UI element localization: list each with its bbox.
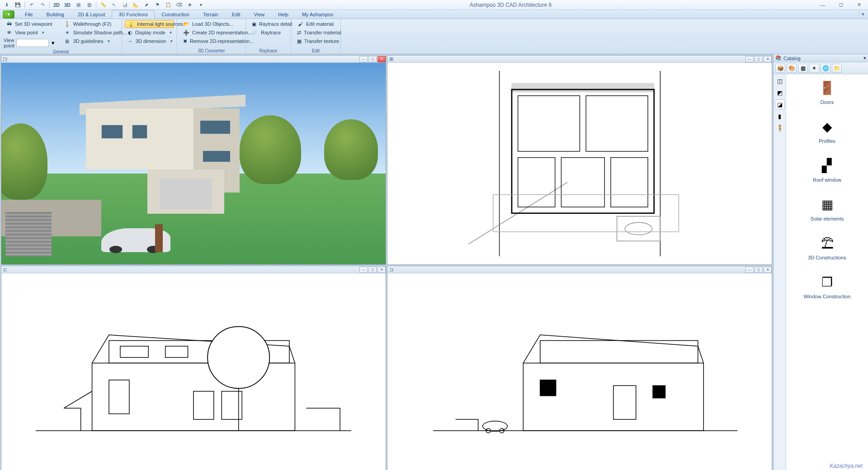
view-elev-icon[interactable]: ▥ [84,1,94,9]
redo-icon[interactable]: ↷ [38,1,47,9]
menu-tab-3d-functions[interactable]: 3D Functions [112,10,155,19]
sun-icon: ☀ [64,29,71,36]
pane-close-button[interactable]: ✕ [764,267,772,273]
create2d-icon: ➕ [183,29,189,36]
simulate-shadow-button[interactable]: ☀Simulate Shadow path... [61,28,130,37]
flag-icon[interactable]: ⚑ [152,1,162,9]
display-mode-dropdown[interactable]: ◐Display mode▼ [125,28,174,37]
plan-canvas[interactable] [387,63,772,264]
cat-tab-globe-icon[interactable]: 🌐 [821,64,830,73]
maximize-button[interactable]: ◻ [832,0,850,10]
app-menu-icon[interactable]: ⬇ [2,1,12,9]
create-2d-rep-button[interactable]: ➕Create 2D representation... [180,28,243,37]
pane-close-button[interactable]: ✕ [764,56,772,62]
cat-side-2-icon[interactable]: ◩ [775,88,785,98]
catalog-item-roof-window[interactable]: ▞Roof window [813,156,841,183]
pane-minimize-button[interactable]: — [359,56,368,62]
elevation-b-canvas[interactable] [387,273,772,470]
menu-tab-2d-layout[interactable]: 2D & Layout [71,10,112,19]
menu-tab-help[interactable]: Help [271,10,295,19]
transfer-icon: ⇄ [297,29,301,36]
catalog-item-solar-elements[interactable]: ▦Solar elements [811,195,844,221]
viewport-elevation-b: ⊐ — ◻ ✕ [387,266,772,470]
save-icon[interactable]: 💾 [13,1,23,9]
select-icon[interactable]: ⬈ [142,1,151,9]
view-2d-icon[interactable]: 2D [52,1,61,9]
set-3d-viewpoint-button[interactable]: 🕶Set 3D viewpoint [3,20,57,28]
svg-rect-4 [518,96,580,151]
catalog-panel: 📚 Catalog ▾ 📦 🎨 ▦ ✶ 🌐 📁 ◫ ◩ ◪ ▮ 🧍 🚪Doors… [773,54,868,470]
pane-minimize-button[interactable]: — [359,267,368,273]
chart-icon[interactable]: 📊 [120,1,130,9]
internal-light-sources-button[interactable]: 💡Internal light sources [125,20,174,28]
raytrace-button[interactable]: ☄Raytrace [249,28,288,37]
drop-icon[interactable]: ⬘ [185,1,195,9]
cat-tab-tex-icon[interactable]: ▦ [798,64,808,73]
raytrace-detail-button[interactable]: ▣Raytrace detail [249,20,288,28]
menu-tab-file[interactable]: File [18,10,40,19]
svg-rect-9 [511,83,654,92]
menu-tab-construction[interactable]: Construction [155,10,196,19]
help-icon[interactable]: ❔▾ [855,11,864,17]
3d-guidelines-dropdown[interactable]: ⊞3D guidelines▼ [61,37,130,45]
cat-side-3-icon[interactable]: ◪ [775,99,785,109]
eraser-icon[interactable]: ⌫ [174,1,184,9]
render-canvas[interactable] [1,63,386,264]
elevation-a-canvas[interactable] [1,273,386,470]
transfer-texture-button[interactable]: ▦Transfer texture [294,37,338,45]
catalog-item-3d-constructions[interactable]: ⛱3D Constructions [808,234,846,260]
catalog-menu-icon[interactable]: ▾ [863,55,866,61]
pane-minimize-button[interactable]: — [745,267,754,273]
ray-icon: ☄ [252,29,258,36]
close-button[interactable]: ✕ [850,0,868,10]
pane-maximize-button[interactable]: ◻ [368,267,377,273]
qat-more-icon[interactable]: ▾ [196,1,206,9]
cat-side-1-icon[interactable]: ◫ [775,76,785,86]
3d-dimension-dropdown[interactable]: ↔3D dimension▼ [125,37,174,45]
viewpoint-input-dd[interactable]: ▼ [51,40,56,46]
catalog-item-profiles[interactable]: ◆Profiles [817,118,838,144]
catalog-item-window-construction[interactable]: ❐Window Construction [804,273,851,299]
menu-tab-view[interactable]: View [247,10,272,19]
menu-tab-terrain[interactable]: Terrain [196,10,225,19]
svg-point-11 [625,222,652,235]
pane-close-button[interactable]: ✕ [377,267,386,273]
app-orb-button[interactable]: ▾ [3,10,14,19]
viewpoint-dropdown[interactable]: 👁View point▼ [3,28,57,37]
menu-tab-my-ashampoo[interactable]: My Ashampoo [295,10,340,19]
pane-minimize-button[interactable]: — [745,56,754,62]
cat-tab-box-icon[interactable]: 📦 [775,64,785,73]
clipboard-icon[interactable]: 📋 [163,1,173,9]
undo-icon[interactable]: ↶ [27,1,37,9]
ruler-icon[interactable]: 📏 [98,1,108,9]
walkthrough-button[interactable]: 🚶Walkthrough (F2) [61,20,130,28]
texture-icon: ▦ [297,38,302,44]
cat-side-5-icon[interactable]: 🧍 [775,123,785,133]
measure-icon[interactable]: 📐 [131,1,141,9]
minimize-button[interactable]: — [814,0,832,10]
transfer-material-button[interactable]: ⇄Transfer material [294,28,338,37]
cat-tab-symbol-icon[interactable]: ✶ [809,64,819,73]
viewpoint-input[interactable] [16,39,49,47]
pane-maximize-button[interactable]: ◻ [755,56,763,62]
cursor-icon[interactable]: ↖ [109,1,119,9]
menu-tab-edit[interactable]: Edit [225,10,247,19]
view-section-icon[interactable]: ▤ [73,1,83,9]
catalog-list[interactable]: 🚪Doors◆Profiles▞Roof window▦Solar elemen… [786,74,868,470]
view-3d-icon[interactable]: 3D [62,1,72,9]
edit-material-button[interactable]: 🖌Edit material [294,20,338,28]
cat-tab-mats-icon[interactable]: 🎨 [787,64,797,73]
cat-side-4-icon[interactable]: ▮ [775,111,785,121]
pane-close-button[interactable]: ✕ [377,56,386,62]
ribbon-tabs: ▾ FileBuilding2D & Layout3D FunctionsCon… [0,10,868,19]
remove-2d-rep-button[interactable]: ✖Remove 2D-representation... [180,37,243,45]
menu-tab-building[interactable]: Building [40,10,71,19]
guides-icon: ⊞ [64,38,71,44]
cat-tab-folder-icon[interactable]: 📁 [832,64,842,73]
viewport-3d: ◳ — ◻ ✕ [1,55,386,265]
pane-maximize-button[interactable]: ◻ [368,56,377,62]
load-3d-objects-button[interactable]: 📂Load 3D Objects... [180,20,243,28]
catalog-item-doors[interactable]: 🚪Doors [817,79,838,105]
catalog-tabs: 📦 🎨 ▦ ✶ 🌐 📁 [774,62,868,74]
pane-maximize-button[interactable]: ◻ [755,267,763,273]
